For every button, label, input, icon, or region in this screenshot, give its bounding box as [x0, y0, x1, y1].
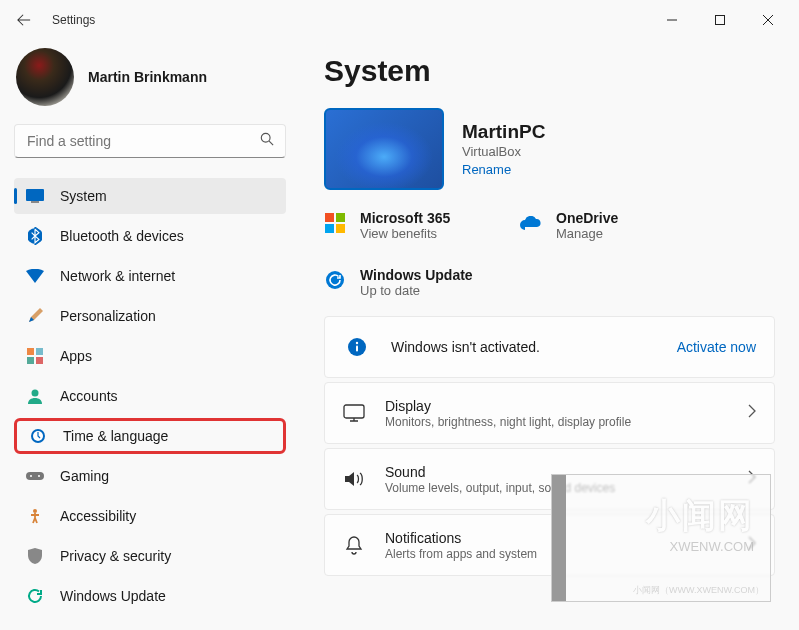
- sidebar-item-label: Bluetooth & devices: [60, 228, 184, 244]
- watermark-overlay: 小闻网 XWENW.COM 小闻网（WWW.XWENW.COM）: [551, 474, 771, 602]
- accessibility-icon: [26, 507, 44, 525]
- m365-icon: [324, 212, 346, 234]
- search-input[interactable]: [14, 124, 286, 158]
- svg-point-22: [356, 342, 358, 344]
- device-name: MartinPC: [462, 121, 545, 143]
- device-subtitle: VirtualBox: [462, 144, 545, 159]
- svg-rect-23: [356, 346, 358, 352]
- device-image[interactable]: [324, 108, 444, 190]
- activate-link[interactable]: Activate now: [677, 339, 756, 355]
- gaming-icon: [26, 467, 44, 485]
- sidebar-item-accounts[interactable]: Accounts: [14, 378, 286, 414]
- bluetooth-icon: [26, 227, 44, 245]
- service-onedrive[interactable]: OneDrive Manage: [520, 210, 690, 241]
- svg-point-13: [30, 475, 32, 477]
- svg-rect-0: [716, 16, 725, 25]
- sidebar-item-time-language[interactable]: Time & language: [14, 418, 286, 454]
- info-icon: [343, 336, 371, 358]
- sidebar-item-accessibility[interactable]: Accessibility: [14, 498, 286, 534]
- card-display[interactable]: Display Monitors, brightness, night ligh…: [324, 382, 775, 444]
- svg-rect-16: [325, 213, 334, 222]
- sidebar-item-label: Accounts: [60, 388, 118, 404]
- maximize-button[interactable]: [697, 5, 743, 35]
- sidebar-item-label: Privacy & security: [60, 548, 171, 564]
- activation-card[interactable]: Windows isn't activated. Activate now: [324, 316, 775, 378]
- service-sub: Up to date: [360, 283, 473, 298]
- service-title: Windows Update: [360, 267, 473, 283]
- chevron-right-icon: [748, 404, 756, 422]
- card-sub: Monitors, brightness, night light, displ…: [385, 415, 728, 429]
- svg-point-1: [261, 133, 270, 142]
- svg-rect-19: [336, 224, 345, 233]
- sidebar-item-label: System: [60, 188, 107, 204]
- watermark-foot: 小闻网（WWW.XWENW.COM）: [570, 584, 764, 597]
- svg-rect-3: [31, 201, 39, 203]
- minimize-button[interactable]: [649, 5, 695, 35]
- avatar: [16, 48, 74, 106]
- search-icon: [260, 132, 274, 150]
- profile[interactable]: Martin Brinkmann: [14, 48, 286, 106]
- globe-clock-icon: [29, 427, 47, 445]
- bell-icon: [343, 534, 365, 556]
- card-title: Display: [385, 398, 728, 414]
- sidebar-item-privacy[interactable]: Privacy & security: [14, 538, 286, 574]
- sidebar-item-label: Network & internet: [60, 268, 175, 284]
- update-icon: [26, 587, 44, 605]
- service-microsoft365[interactable]: Microsoft 365 View benefits: [324, 210, 494, 241]
- service-sub: View benefits: [360, 226, 450, 241]
- device-info-row: MartinPC VirtualBox Rename: [324, 108, 775, 190]
- sidebar-item-label: Windows Update: [60, 588, 166, 604]
- sidebar-item-gaming[interactable]: Gaming: [14, 458, 286, 494]
- activation-text: Windows isn't activated.: [391, 339, 657, 355]
- update-status-icon: [324, 269, 346, 291]
- sound-icon: [343, 468, 365, 490]
- service-title: OneDrive: [556, 210, 618, 226]
- watermark-text: 小闻网: [646, 493, 754, 539]
- watermark-sub: XWENW.COM: [670, 539, 755, 554]
- close-button[interactable]: [745, 5, 791, 35]
- svg-rect-12: [26, 472, 44, 480]
- svg-rect-6: [36, 348, 43, 355]
- back-button[interactable]: [8, 4, 40, 36]
- svg-point-14: [38, 475, 40, 477]
- search: [14, 124, 286, 158]
- wifi-icon: [26, 267, 44, 285]
- apps-icon: [26, 347, 44, 365]
- svg-rect-17: [336, 213, 345, 222]
- sidebar-item-personalization[interactable]: Personalization: [14, 298, 286, 334]
- service-title: Microsoft 365: [360, 210, 450, 226]
- brush-icon: [26, 307, 44, 325]
- sidebar-item-label: Gaming: [60, 468, 109, 484]
- sidebar-item-windows-update[interactable]: Windows Update: [14, 578, 286, 614]
- svg-rect-2: [26, 189, 44, 201]
- service-windows-update[interactable]: Windows Update Up to date: [324, 267, 544, 298]
- sidebar-nav: System Bluetooth & devices Network & int…: [14, 178, 286, 614]
- svg-rect-5: [27, 348, 34, 355]
- service-sub: Manage: [556, 226, 618, 241]
- svg-rect-24: [344, 405, 364, 418]
- svg-rect-8: [36, 357, 43, 364]
- svg-point-20: [326, 271, 344, 289]
- sidebar-item-system[interactable]: System: [14, 178, 286, 214]
- sidebar-item-label: Personalization: [60, 308, 156, 324]
- profile-name: Martin Brinkmann: [88, 69, 207, 85]
- shield-icon: [26, 547, 44, 565]
- display-icon: [343, 402, 365, 424]
- page-title: System: [324, 54, 775, 88]
- sidebar-item-network[interactable]: Network & internet: [14, 258, 286, 294]
- sidebar-item-label: Accessibility: [60, 508, 136, 524]
- sidebar-item-label: Time & language: [63, 428, 168, 444]
- rename-link[interactable]: Rename: [462, 162, 545, 177]
- system-icon: [26, 187, 44, 205]
- svg-rect-18: [325, 224, 334, 233]
- sidebar-item-label: Apps: [60, 348, 92, 364]
- person-icon: [26, 387, 44, 405]
- svg-rect-7: [27, 357, 34, 364]
- onedrive-icon: [520, 212, 542, 234]
- svg-point-15: [33, 509, 37, 513]
- sidebar-item-apps[interactable]: Apps: [14, 338, 286, 374]
- window-title: Settings: [52, 13, 95, 27]
- sidebar-item-bluetooth[interactable]: Bluetooth & devices: [14, 218, 286, 254]
- svg-point-9: [32, 390, 39, 397]
